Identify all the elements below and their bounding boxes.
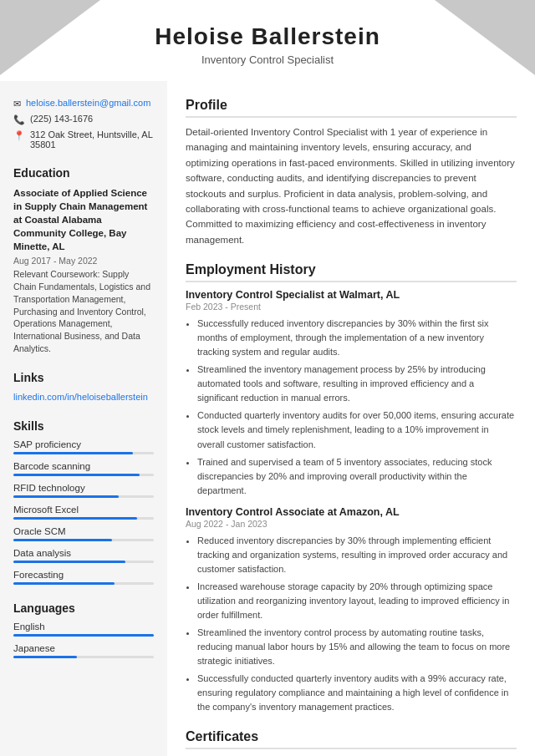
skill-name: Data analysis [13,548,154,558]
skill-name: Forecasting [13,570,154,580]
skill-bar-fill [13,561,125,563]
language-item: Japanese [13,643,154,658]
skills-container: SAP proficiency Barcode scanning RFID te… [13,439,154,585]
job-bullet: Increased warehouse storage capacity by … [197,580,517,622]
email-link[interactable]: heloise.ballerstein@gmail.com [26,98,150,108]
job-bullets-list: Successfully reduced inventory discrepan… [186,317,517,498]
job-date: Feb 2023 - Present [186,302,517,312]
email-contact: ✉ heloise.ballerstein@gmail.com [13,98,154,109]
coursework-text: Supply Chain Fundamentals, Logistics and… [13,269,150,353]
skills-title: Skills [13,419,154,433]
profile-section-title: Profile [186,98,517,118]
job-bullet: Successfully reduced inventory discrepan… [197,317,517,359]
edu-degree: Associate of Applied Science in Supply C… [13,186,154,253]
skill-item: Barcode scanning [13,461,154,476]
certificates-section: Certificates Association for Supply Chai… [186,729,517,756]
phone-icon: 📞 [13,114,25,125]
contact-section: ✉ heloise.ballerstein@gmail.com 📞 (225) … [13,98,154,150]
skill-bar-fill [13,539,112,541]
language-name: Japanese [13,643,154,653]
language-bar-fill [13,634,154,637]
job-bullet: Streamlined the inventory management pro… [197,363,517,405]
education-section: Education Associate of Applied Science i… [13,166,154,354]
skill-bar-background [13,452,154,454]
profile-text: Detail-oriented Inventory Control Specia… [186,124,517,247]
certificates-section-title: Certificates [186,729,517,749]
skill-name: RFID technology [13,483,154,493]
edu-coursework: Relevant Coursework: Supply Chain Fundam… [13,268,154,354]
skill-item: RFID technology [13,483,154,498]
job-bullet: Trained and supervised a team of 5 inven… [197,455,517,498]
skill-bar-fill [13,452,133,454]
skill-bar-background [13,517,154,520]
employment-section-title: Employment History [186,262,517,282]
skill-bar-background [13,474,154,476]
skills-section: Skills SAP proficiency Barcode scanning … [13,419,154,585]
skill-bar-fill [13,517,137,520]
phone-number: (225) 143-1676 [30,114,93,124]
edu-date: Aug 2017 - May 2022 [13,256,154,266]
skill-item: Oracle SCM [13,526,154,541]
email-icon: ✉ [13,99,21,109]
language-bar-background [13,634,154,637]
language-bar-fill [13,656,77,658]
jobs-container: Inventory Control Specialist at Walmart,… [186,289,517,714]
languages-container: English Japanese [13,622,154,658]
linkedin-link[interactable]: linkedin.com/in/heloiseballerstein [13,392,148,402]
skill-bar-background [13,561,154,563]
skill-name: Barcode scanning [13,461,154,471]
job-entry: Inventory Control Specialist at Walmart,… [186,289,517,498]
links-title: Links [13,371,154,384]
job-bullet: Successfully conducted quarterly invento… [197,672,517,714]
language-bar-background [13,656,154,658]
linkedin-link-item: linkedin.com/in/heloiseballerstein [13,391,154,403]
skill-bar-fill [13,582,115,585]
main-content: Profile Detail-oriented Inventory Contro… [167,81,535,756]
employment-section: Employment History Inventory Control Spe… [186,262,517,714]
language-name: English [13,622,154,632]
skill-bar-background [13,582,154,585]
profile-section: Profile Detail-oriented Inventory Contro… [186,98,517,247]
skill-bar-background [13,539,154,541]
coursework-label: Relevant Coursework: [13,269,99,279]
skill-item: SAP proficiency [13,439,154,454]
links-section: Links linkedin.com/in/heloiseballerstein [13,371,154,403]
education-title: Education [13,166,154,180]
job-title: Inventory Control Specialist at Walmart,… [186,289,517,301]
candidate-name: Heloise Ballerstein [17,23,518,50]
skill-item: Microsoft Excel [13,505,154,520]
body-layout: ✉ heloise.ballerstein@gmail.com 📞 (225) … [0,81,535,756]
languages-section: Languages English Japanese [13,601,154,658]
job-title: Inventory Control Associate at Amazon, A… [186,506,517,518]
resume-wrapper: Heloise Ballerstein Inventory Control Sp… [0,0,535,756]
address-contact: 📍 312 Oak Street, Huntsville, AL 35801 [13,129,154,150]
job-date: Aug 2022 - Jan 2023 [186,519,517,529]
languages-title: Languages [13,601,154,615]
skill-bar-fill [13,495,119,498]
skill-item: Data analysis [13,548,154,563]
skill-name: Oracle SCM [13,526,154,536]
skill-name: Microsoft Excel [13,505,154,515]
address-text: 312 Oak Street, Huntsville, AL 35801 [30,129,154,150]
language-item: English [13,622,154,637]
skill-name: SAP proficiency [13,439,154,449]
skill-item: Forecasting [13,570,154,585]
job-bullets-list: Reduced inventory discrepancies by 30% t… [186,534,517,715]
skill-bar-background [13,495,154,498]
candidate-title: Inventory Control Specialist [17,53,518,66]
resume-header: Heloise Ballerstein Inventory Control Sp… [0,0,535,81]
job-entry: Inventory Control Associate at Amazon, A… [186,506,517,715]
sidebar: ✉ heloise.ballerstein@gmail.com 📞 (225) … [0,81,167,756]
job-bullet: Streamlined the inventory control proces… [197,626,517,668]
phone-contact: 📞 (225) 143-1676 [13,114,154,125]
job-bullet: Reduced inventory discrepancies by 30% t… [197,534,517,576]
location-icon: 📍 [13,130,25,141]
skill-bar-fill [13,474,140,476]
job-bullet: Conducted quarterly inventory audits for… [197,408,517,451]
